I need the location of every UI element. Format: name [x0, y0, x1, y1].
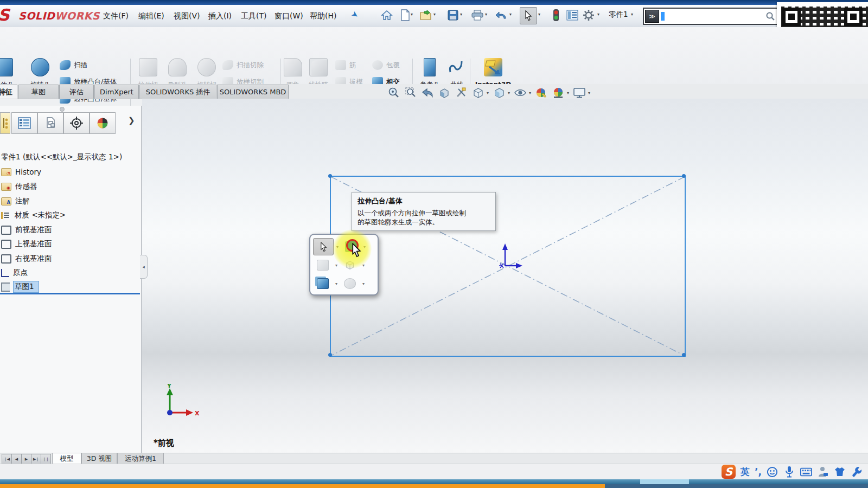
tab-displaymanager[interactable] — [90, 112, 116, 134]
context-appearance-dropdown[interactable]: ▾ — [360, 281, 367, 286]
tab-nav-prev[interactable]: ◀ — [11, 454, 22, 464]
undo-button[interactable] — [494, 7, 510, 23]
tab-evaluate[interactable]: 评估 — [59, 85, 94, 99]
panel-tabs-expand[interactable]: ❯ — [128, 115, 135, 125]
search-input[interactable] — [665, 10, 765, 22]
sogou-logo-icon[interactable]: S — [722, 465, 736, 479]
context-reference-geometry-button[interactable] — [313, 275, 333, 292]
menu-window[interactable]: 窗口(W) — [271, 9, 307, 22]
home-button[interactable] — [379, 7, 395, 23]
open-dropdown[interactable]: ▾ — [433, 12, 436, 17]
undo-dropdown[interactable]: ▾ — [509, 12, 512, 17]
hide-show-dropdown[interactable]: ▾ — [529, 91, 531, 95]
edit-appearance-button[interactable] — [535, 86, 548, 99]
context-refgeo-dropdown[interactable]: ▾ — [333, 281, 340, 286]
tree-root[interactable]: 零件1 (默认<<默认>_显示状态 1>) — [1, 150, 140, 164]
ime-skin-button[interactable] — [834, 466, 846, 478]
tree-item-origin[interactable]: 原点 — [1, 266, 140, 280]
menu-help[interactable]: 帮助(H) — [307, 9, 340, 22]
tab-featuremanager[interactable] — [0, 112, 10, 134]
tab-nav-first[interactable]: ❘◀ — [2, 454, 12, 464]
ime-emoji-button[interactable] — [767, 466, 778, 478]
print-button[interactable] — [469, 7, 486, 23]
sketch-vertex[interactable] — [328, 174, 332, 178]
tab-sketch[interactable]: 草图 — [18, 85, 59, 99]
tab-propertymanager[interactable] — [11, 112, 37, 134]
view-settings-dropdown[interactable]: ▾ — [588, 91, 590, 95]
menu-tools[interactable]: 工具(T) — [238, 9, 270, 22]
ime-wrench-button[interactable] — [851, 466, 863, 478]
display-style-dropdown[interactable]: ▾ — [508, 91, 510, 95]
tree-item-right-plane[interactable]: 右视基准面 — [1, 252, 140, 266]
hide-show-items-button[interactable] — [514, 86, 527, 99]
traffic-light-button[interactable] — [548, 7, 564, 23]
menu-file[interactable]: 文件(F) — [100, 9, 132, 22]
dynamic-annotation-button[interactable] — [455, 86, 468, 99]
tree-item-sketch1[interactable]: 草图1 — [1, 280, 139, 294]
tab-dimxpert[interactable]: DimXpert — [94, 85, 139, 99]
select-dropdown[interactable]: ▾ — [538, 12, 540, 17]
select-button[interactable] — [520, 7, 537, 24]
tab-addins[interactable]: SOLIDWORKS 插件 — [139, 85, 216, 99]
tree-item-material[interactable]: 材质 <未指定> — [1, 208, 140, 222]
sketch-vertex[interactable] — [682, 174, 686, 178]
tree-item-history[interactable]: ◔History — [1, 165, 140, 179]
revolved-boss-button[interactable]: 旋转凸 台/基体 — [23, 57, 58, 108]
tree-item-front-plane[interactable]: 前视基准面 — [1, 223, 140, 237]
apply-scene-button[interactable] — [552, 86, 565, 99]
context-select-button[interactable] — [313, 238, 334, 255]
search-commands-icon[interactable]: ≫ — [645, 10, 659, 23]
extruded-boss-button[interactable]: 拉伸凸 台/基体 — [0, 57, 21, 108]
player-progress-track[interactable] — [0, 484, 868, 488]
menu-view[interactable]: 视图(V) — [170, 9, 203, 22]
tab-nav-last[interactable]: ▶❘ — [31, 454, 41, 464]
player-seek-bar[interactable] — [0, 479, 868, 484]
tab-configurationmanager[interactable] — [37, 112, 63, 134]
ime-punctuation-toggle[interactable]: ’, — [755, 466, 762, 477]
panel-collapse-handle[interactable]: ◂ — [140, 255, 148, 279]
search-icon[interactable] — [765, 11, 775, 21]
tab-model[interactable]: 模型 — [52, 453, 81, 464]
tab-motion-study[interactable]: 运动算例1 — [117, 453, 164, 464]
task-pane-button[interactable] — [564, 7, 580, 23]
menu-insert[interactable]: 插入(I) — [205, 9, 235, 22]
zoom-to-fit-button[interactable] — [387, 86, 400, 99]
tab-dimxpertmanager[interactable] — [63, 112, 90, 134]
tab-features[interactable]: 特征 — [0, 85, 17, 99]
sketch-vertex[interactable] — [682, 353, 686, 357]
ime-toolbox-button[interactable] — [817, 466, 829, 478]
tab-mbd[interactable]: SOLIDWORKS MBD — [217, 85, 289, 99]
view-orientation-dropdown[interactable]: ▾ — [487, 91, 489, 95]
zoom-to-area-button[interactable] — [404, 86, 417, 99]
open-button[interactable] — [418, 7, 434, 23]
document-name[interactable]: 零件1 — [609, 10, 628, 20]
document-dropdown[interactable]: ▾ — [631, 12, 633, 17]
view-settings-button[interactable] — [573, 86, 586, 99]
tree-item-sensors[interactable]: ◉传感器 — [1, 179, 140, 194]
sweep-button[interactable]: 扫描 — [60, 58, 87, 72]
tab-nav-splitter[interactable]: ❘❘ — [41, 454, 51, 464]
view-orientation-button[interactable] — [471, 86, 484, 99]
save-button[interactable] — [445, 7, 461, 23]
print-dropdown[interactable]: ▾ — [485, 12, 487, 17]
options-button[interactable] — [580, 7, 597, 23]
tree-item-top-plane[interactable]: 上视基准面 — [1, 237, 140, 251]
save-dropdown[interactable]: ▾ — [460, 12, 462, 17]
tree-item-annotations[interactable]: A注解 — [1, 194, 140, 208]
options-dropdown[interactable]: ▾ — [597, 12, 599, 17]
panel-grip[interactable] — [60, 107, 65, 112]
previous-view-button[interactable] — [421, 86, 434, 99]
section-view-button[interactable] — [438, 86, 451, 99]
rollback-bar[interactable] — [0, 293, 140, 294]
tab-3d-views[interactable]: 3D 视图 — [81, 453, 117, 464]
ime-voice-button[interactable] — [783, 466, 795, 478]
menu-edit[interactable]: 编辑(E) — [135, 9, 168, 22]
tab-nav-next[interactable]: ▶ — [21, 454, 31, 464]
display-style-button[interactable] — [493, 86, 506, 99]
plane-icon — [1, 254, 11, 264]
ime-keyboard-button[interactable] — [800, 466, 812, 478]
apply-scene-dropdown[interactable]: ▾ — [567, 91, 569, 95]
ime-language-toggle[interactable]: 英 — [741, 466, 750, 478]
new-dropdown[interactable]: ▾ — [411, 12, 413, 17]
sketch-vertex[interactable] — [328, 353, 332, 357]
